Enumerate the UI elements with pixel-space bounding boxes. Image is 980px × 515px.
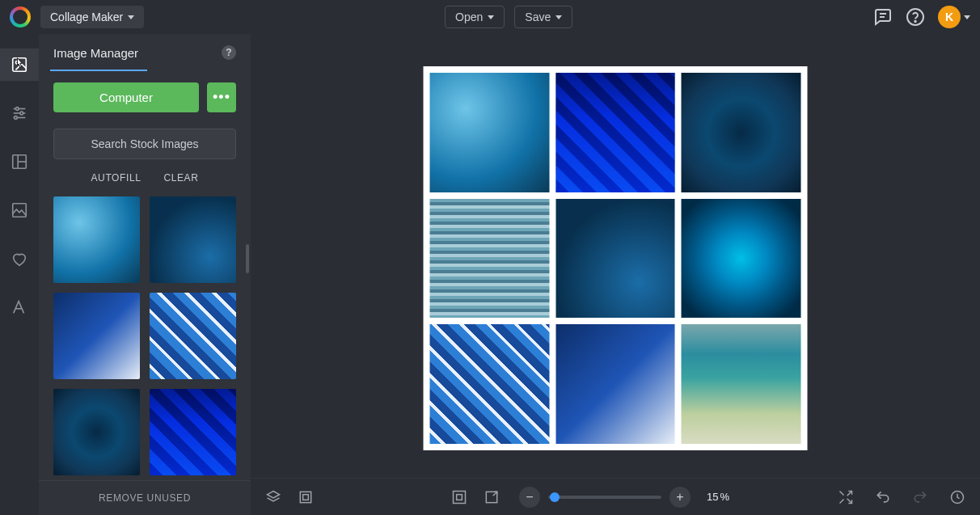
search-stock-button[interactable]: Search Stock Images — [53, 129, 236, 159]
collage-cell[interactable] — [682, 73, 801, 192]
panel-scrollbar[interactable] — [246, 244, 249, 273]
thumbnail[interactable] — [150, 196, 236, 283]
svg-point-11 — [15, 116, 18, 120]
app-logo[interactable] — [10, 6, 31, 27]
collage-cell[interactable] — [430, 324, 550, 444]
top-bar: Collage Maker Open Save K — [0, 0, 980, 34]
autofill-button[interactable]: AUTOFILL — [91, 172, 142, 184]
thumbnail[interactable] — [150, 293, 236, 379]
rail-text[interactable] — [0, 291, 39, 323]
avatar: K — [938, 6, 961, 28]
svg-rect-19 — [454, 491, 466, 503]
thumbnail[interactable] — [150, 389, 236, 475]
save-button[interactable]: Save — [514, 6, 572, 28]
svg-point-5 — [15, 61, 19, 64]
undo-icon[interactable] — [872, 486, 894, 509]
collage-cell[interactable] — [682, 199, 801, 319]
actual-size-icon[interactable] — [480, 486, 503, 509]
svg-point-7 — [15, 108, 19, 111]
fit-screen-icon[interactable] — [448, 486, 471, 509]
collage-cell[interactable] — [682, 324, 801, 444]
panel-title: Image Manager — [53, 46, 138, 60]
zoom-value: 15% — [707, 491, 729, 503]
collage-cell[interactable] — [555, 324, 675, 444]
clear-button[interactable]: CLEAR — [163, 172, 198, 184]
chevron-down-icon — [555, 15, 562, 19]
svg-rect-18 — [303, 494, 309, 500]
chevron-down-icon — [128, 15, 134, 19]
help-icon[interactable] — [906, 7, 925, 27]
thumbnail-grid — [39, 192, 251, 480]
remove-unused-button[interactable]: REMOVE UNUSED — [39, 480, 251, 515]
app-mode-dropdown[interactable]: Collage Maker — [40, 6, 144, 28]
chevron-down-icon — [964, 15, 970, 19]
bottom-toolbar: − + 15% — [251, 478, 980, 515]
rail-image-manager[interactable] — [0, 49, 39, 81]
open-label: Open — [455, 11, 483, 23]
app-mode-label: Collage Maker — [50, 11, 123, 23]
svg-rect-20 — [457, 494, 463, 500]
collage-cell[interactable] — [430, 73, 550, 192]
zoom-in-button[interactable]: + — [670, 487, 691, 508]
svg-rect-15 — [13, 204, 27, 217]
collage-grid[interactable] — [424, 66, 808, 450]
thumbnail[interactable] — [53, 389, 140, 475]
save-label: Save — [525, 11, 551, 23]
tool-rail — [0, 34, 39, 515]
collage-cell[interactable] — [555, 199, 675, 319]
zoom-slider-knob[interactable] — [550, 492, 560, 502]
canvas-area[interactable] — [251, 34, 980, 515]
account-menu[interactable]: K — [938, 6, 970, 28]
svg-rect-17 — [300, 492, 310, 502]
upload-more-button[interactable]: ••• — [207, 82, 236, 112]
layers-icon[interactable] — [262, 486, 285, 509]
chevron-down-icon — [488, 15, 494, 19]
shuffle-icon[interactable] — [834, 486, 857, 509]
svg-point-9 — [20, 112, 23, 115]
svg-point-3 — [915, 21, 916, 23]
thumbnail[interactable] — [53, 293, 140, 379]
open-button[interactable]: Open — [445, 6, 505, 28]
collage-cell[interactable] — [430, 199, 550, 319]
rail-background[interactable] — [0, 194, 39, 226]
rail-layouts[interactable] — [0, 146, 39, 178]
thumbnail[interactable] — [53, 196, 140, 283]
zoom-out-button[interactable]: − — [519, 487, 540, 508]
zoom-slider[interactable] — [548, 496, 661, 499]
collage-cell[interactable] — [555, 73, 675, 192]
comments-icon[interactable] — [873, 7, 893, 27]
history-icon[interactable] — [946, 486, 969, 509]
rail-favorites[interactable] — [0, 243, 39, 275]
image-manager-panel: Image Manager ? Computer ••• Search Stoc… — [39, 34, 251, 515]
redo-icon — [909, 486, 931, 509]
align-icon[interactable] — [294, 486, 317, 509]
rail-settings[interactable] — [0, 97, 39, 129]
panel-help-icon[interactable]: ? — [222, 45, 236, 60]
svg-rect-4 — [13, 58, 27, 72]
upload-computer-button[interactable]: Computer — [53, 82, 199, 112]
